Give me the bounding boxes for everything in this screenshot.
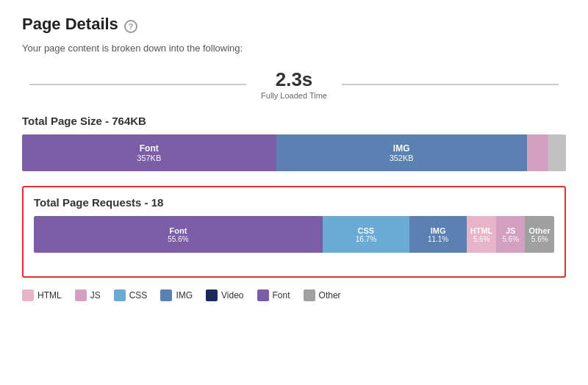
legend-item: Font [257,289,290,301]
loaded-time-section: 2.3s Fully Loaded Time [22,68,566,100]
page-title: Page Details [22,15,118,34]
page-size-segment [548,134,566,171]
legend-color [160,289,172,301]
segment-value: 5.6% [531,235,548,243]
segment-label: IMG [393,143,410,154]
legend-item: Other [304,289,341,301]
page-requests-segment: Other5.6% [525,216,554,253]
page-size-section: Total Page Size - 764KB Font357KBIMG352K… [22,115,566,171]
legend-color [75,289,87,301]
legend-item: HTML [22,289,62,301]
subtitle: Your page content is broken down into th… [22,43,566,54]
loaded-time-value: 2.3s [276,68,313,91]
page-requests-segment: JS5.6% [496,216,526,253]
legend-label: Font [273,290,290,301]
legend-color [206,289,218,301]
legend-label: IMG [176,290,193,301]
segment-value: 55.6% [168,235,188,243]
segment-value: 11.1% [428,235,448,243]
legend-label: HTML [37,290,62,301]
loaded-time-label: Fully Loaded Time [261,91,327,100]
segment-value: 357KB [137,154,161,162]
segment-value: 352KB [390,154,414,162]
legend-label: Other [319,290,341,301]
page-size-title: Total Page Size - 764KB [22,115,566,127]
segment-value: 16.7% [356,235,376,243]
segment-label: Font [140,143,159,154]
legend-color [257,289,269,301]
legend-item: IMG [160,289,193,301]
legend-item: CSS [114,289,148,301]
segment-label: JS [506,226,515,235]
page-size-segment [527,134,549,171]
page-size-segment: Font357KB [22,134,276,171]
timeline-center: 2.3s Fully Loaded Time [246,68,342,100]
legend-color [114,289,126,301]
page-size-bar: Font357KBIMG352KB [22,134,566,171]
segment-label: CSS [358,226,375,235]
legend-label: JS [90,290,101,301]
segment-label: IMG [431,226,446,235]
segment-value: 5.6% [473,235,490,243]
legend-color [22,289,34,301]
legend-color [304,289,315,301]
page-requests-segment: CSS16.7% [323,216,409,253]
legend-item: JS [75,289,101,301]
page-requests-section: Total Page Requests - 18 Font55.6%CSS16.… [22,186,566,278]
timeline-left [29,84,246,85]
segment-label: Font [170,226,187,235]
page-size-segment: IMG352KB [276,134,527,171]
page-requests-segment: Font55.6% [34,216,323,253]
help-icon[interactable]: ? [124,20,137,33]
legend: HTMLJSCSSIMGVideoFontOther [22,289,566,301]
segment-label: Other [529,226,551,235]
timeline-right [342,84,559,85]
segment-value: 5.6% [502,235,519,243]
page-requests-title: Total Page Requests - 18 [34,196,554,209]
page-requests-segment: IMG11.1% [409,216,467,253]
legend-label: Video [221,290,243,301]
page-requests-bar: Font55.6%CSS16.7%IMG11.1%HTML5.6%JS5.6%O… [34,216,554,253]
segment-label: HTML [470,226,493,235]
legend-item: Video [206,289,243,301]
page-requests-segment: HTML5.6% [467,216,496,253]
legend-label: CSS [129,290,148,301]
